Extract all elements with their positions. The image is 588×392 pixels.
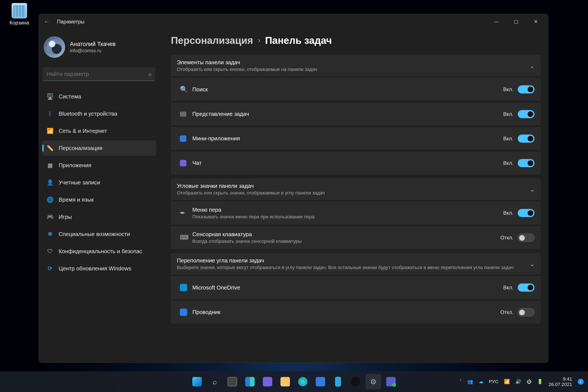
tray-volume-icon[interactable]: 🔊 (515, 379, 521, 384)
section-title: Переполнение угла панели задач (177, 257, 530, 264)
sidebar-item-label: Специальные возможности (59, 231, 130, 238)
section-taskbar-items[interactable]: Элементы панели задачОтобразить или скры… (171, 55, 540, 76)
section-subtitle: Отобразить или скрыть значки, отображаем… (177, 190, 530, 196)
widgets-icon (180, 136, 186, 142)
row-label: Меню пера (192, 206, 503, 213)
sidebar-item-label: Учетные записи (59, 179, 100, 186)
content-area: Персонализация › Панель задач Элементы п… (162, 30, 548, 362)
toggle-explorer[interactable] (518, 308, 534, 316)
search-input[interactable] (47, 71, 148, 77)
breadcrumb: Персонализация › Панель задач (171, 34, 540, 46)
toggle-chat[interactable] (518, 159, 534, 167)
taskbar-taskview[interactable] (224, 374, 240, 390)
section-overflow[interactable]: Переполнение угла панели задачВыберите з… (171, 253, 540, 275)
chevron-up-icon: ⌃ (530, 186, 534, 192)
taskbar-phone[interactable] (330, 374, 346, 390)
titlebar: ← Параметры — ▢ ✕ (39, 14, 548, 30)
minimize-button[interactable]: — (486, 16, 506, 28)
system-tray: ˄ 👥 ☁ РУС 📶 🔊 ⏻ 🔋 9:41 26.07.2021 1 (459, 376, 584, 387)
tray-wifi-icon[interactable]: 📶 (504, 379, 510, 384)
maximize-button[interactable]: ▢ (506, 16, 526, 28)
explorer-icon (180, 308, 187, 316)
toggle-search[interactable] (518, 85, 534, 94)
row-onedrive: Microsoft OneDrive Вкл. (171, 276, 540, 299)
taskbar-explorer[interactable] (278, 374, 293, 390)
toggle-pen-menu[interactable] (518, 209, 534, 217)
taskbar-settings[interactable]: ⚙ (366, 374, 381, 390)
sidebar-item-time[interactable]: 🌐Время и язык (42, 192, 156, 208)
profile-name: Анатолий Ткачев (70, 40, 116, 48)
taskbar-xbox[interactable] (348, 374, 364, 390)
gamepad-icon: 🎮 (47, 214, 54, 220)
section-corner-icons[interactable]: Угловые значки панели задачОтобразить ил… (171, 178, 540, 200)
close-button[interactable]: ✕ (526, 16, 546, 28)
row-label: Microsoft OneDrive (192, 284, 503, 291)
sidebar-item-privacy[interactable]: 🛡Конфиденциальность и безопас (42, 244, 156, 259)
onedrive-icon (180, 284, 187, 291)
tray-overflow-icon[interactable]: ˄ (459, 379, 462, 384)
tray-power-icon[interactable]: ⏻ (527, 379, 532, 384)
search-icon: ⌕ (148, 71, 152, 77)
row-chat: Чат Вкл. (171, 151, 540, 174)
chevron-up-icon: ⌃ (530, 260, 534, 267)
taskbar-search[interactable]: ⌕ (207, 374, 222, 390)
row-touch-keyboard: ⌨ Сенсорная клавиатураВсегда отображать … (171, 226, 540, 249)
toggle-widgets[interactable] (518, 134, 534, 143)
taskbar-clock[interactable]: 9:41 26.07.2021 (548, 376, 572, 387)
sidebar-item-network[interactable]: 📶Сеть & и Интернет (42, 123, 156, 138)
tray-lang[interactable]: РУС (489, 379, 498, 384)
row-label: Чат (192, 160, 503, 166)
sidebar-item-system[interactable]: 🖥️Система (42, 89, 156, 104)
search-box[interactable]: ⌕ (43, 67, 156, 81)
section-subtitle: Отобразить или скрыть кнопки, отображаем… (177, 66, 530, 72)
keyboard-icon: ⌨ (180, 234, 188, 242)
accessibility-icon: ✲ (47, 230, 54, 238)
toggle-taskview[interactable] (518, 110, 534, 118)
toggle-touch-keyboard[interactable] (518, 234, 534, 242)
sidebar-item-personalization[interactable]: ✏️Персонализация (42, 140, 156, 156)
sidebar-item-gaming[interactable]: 🎮Игры (42, 209, 156, 224)
row-taskview: Представление задач Вкл. (171, 102, 540, 126)
tray-battery-icon[interactable]: 🔋 (537, 379, 543, 384)
update-icon: ⟳ (47, 265, 54, 272)
profile[interactable]: Анатолий Ткачев info@comss.ru (42, 34, 156, 61)
sidebar-item-update[interactable]: ⟳Центр обновления Windows (42, 261, 156, 276)
tray-teams-icon[interactable]: 👥 (467, 379, 473, 384)
profile-email: info@comss.ru (70, 48, 116, 54)
section-title: Угловые значки панели задач (177, 183, 530, 189)
chevron-right-icon: › (258, 36, 260, 45)
toggle-onedrive[interactable] (518, 284, 534, 292)
recycle-bin[interactable]: Корзина (6, 3, 32, 26)
chevron-up-icon: ⌃ (530, 62, 534, 69)
settings-window: ← Параметры — ▢ ✕ Анатолий Ткачев info@c… (39, 14, 548, 363)
row-sub: Показывать значок меню пера при использо… (192, 214, 503, 220)
sidebar-item-accessibility[interactable]: ✲Специальные возможности (42, 226, 156, 242)
shield-icon: 🛡 (47, 248, 54, 255)
toggle-state: Откл. (500, 309, 514, 315)
back-button[interactable]: ← (42, 18, 52, 25)
sidebar-item-label: Игры (59, 214, 72, 220)
section-subtitle: Выберите значки, которые могут отображат… (177, 265, 530, 270)
taskbar-store[interactable] (313, 374, 328, 390)
section-title: Элементы панели задач (177, 59, 530, 66)
tray-onedrive-icon[interactable]: ☁ (478, 379, 483, 384)
row-explorer: Проводник Откл. (171, 300, 540, 324)
sidebar-item-apps[interactable]: ▦Приложения (42, 158, 156, 173)
taskbar-widgets[interactable] (242, 374, 258, 390)
taskbar: ⌕ ⚙ ˄ 👥 ☁ РУС 📶 🔊 ⏻ 🔋 9:41 26.07.2021 1 (0, 371, 588, 392)
notifications-badge[interactable]: 1 (578, 379, 584, 385)
display-icon: 🖥️ (47, 93, 54, 100)
sidebar-item-label: Bluetooth и устройства (59, 110, 117, 117)
taskbar-chat[interactable] (260, 374, 275, 390)
taskbar-teams[interactable] (383, 374, 399, 390)
clock-date: 26.07.2021 (548, 382, 572, 387)
row-label: Поиск (192, 86, 503, 93)
row-sub: Всегда отображать значок сенсорной клави… (192, 238, 500, 244)
brush-icon: ✏️ (47, 145, 54, 152)
breadcrumb-parent[interactable]: Персонализация (171, 34, 253, 46)
sidebar-item-bluetooth[interactable]: ᛒBluetooth и устройства (42, 106, 156, 122)
sidebar-item-accounts[interactable]: 👤Учетные записи (42, 175, 156, 190)
taskbar-edge[interactable] (295, 374, 310, 390)
start-button[interactable] (189, 374, 205, 390)
row-label: Мини-приложения (192, 135, 503, 142)
